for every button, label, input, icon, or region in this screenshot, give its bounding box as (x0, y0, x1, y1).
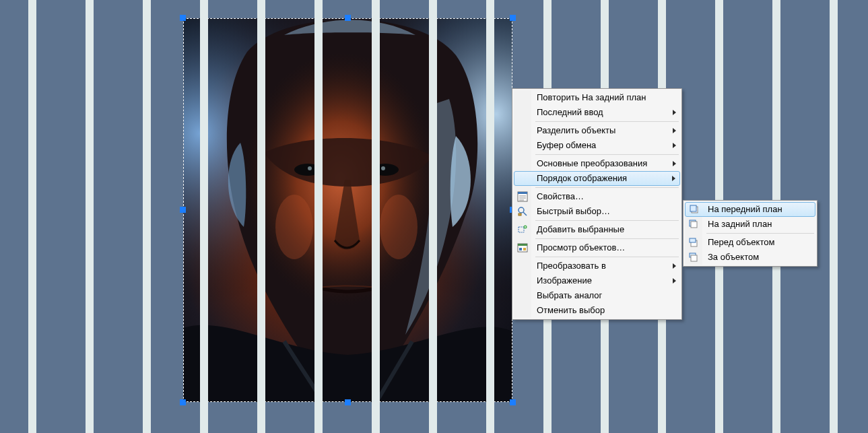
menu-item[interactable]: Просмотр объектов… (514, 240, 680, 255)
svg-rect-23 (523, 248, 526, 251)
vertical-stripe (429, 0, 437, 433)
menu-separator (535, 154, 679, 155)
selection-handle-w[interactable] (180, 207, 186, 213)
properties-icon (517, 191, 528, 202)
menu-item[interactable]: Порядок отображения (514, 171, 680, 186)
menu-separator (535, 238, 679, 239)
vertical-stripe (486, 0, 494, 433)
menu-item[interactable]: Быстрый выбор… (514, 204, 680, 219)
svg-rect-27 (691, 222, 697, 228)
svg-point-15 (519, 207, 524, 213)
menu-item[interactable]: Последний ввод (514, 105, 680, 120)
svg-point-5 (308, 166, 312, 170)
chevron-right-icon (673, 263, 676, 269)
vertical-stripe (28, 0, 36, 433)
menu-item-label: Добавить выбранные (537, 224, 624, 234)
chevron-right-icon (673, 128, 676, 133)
menu-item[interactable]: Основные преобразования (514, 156, 680, 171)
selection-handle-n[interactable] (345, 15, 351, 21)
chevron-right-icon (673, 278, 676, 284)
vertical-stripe (314, 0, 323, 433)
menu-item[interactable]: На передний план (685, 202, 815, 217)
menu-item-label: Отменить выбор (537, 305, 605, 315)
context-menu[interactable]: Повторить На задний планПоследний вводРа… (512, 88, 682, 320)
menu-item[interactable]: Выбрать аналог (514, 288, 680, 303)
vertical-stripe (830, 0, 838, 433)
selection-handle-nw[interactable] (180, 15, 186, 21)
menu-item[interactable]: Добавить выбранные (514, 222, 680, 237)
add-selected-icon (517, 224, 528, 235)
menu-separator (706, 233, 814, 234)
quick-select-icon (517, 206, 528, 217)
svg-line-16 (523, 212, 527, 215)
svg-rect-22 (519, 248, 522, 251)
send-back-icon (688, 219, 699, 230)
selection-handle-s[interactable] (345, 399, 351, 405)
menu-item-label: Разделить объекты (537, 125, 615, 135)
menu-separator (535, 187, 679, 188)
menu-item[interactable]: Разделить объекты (514, 123, 680, 138)
selected-image[interactable] (183, 18, 512, 402)
menu-item[interactable]: Перед объектом (685, 235, 815, 250)
menu-item-label: Изображение (537, 275, 592, 286)
menu-item-label: Выбрать аналог (537, 290, 602, 300)
svg-rect-21 (518, 244, 527, 246)
bring-front-icon (689, 204, 700, 215)
menu-item-label: Основные преобразования (537, 158, 647, 168)
vertical-stripe (372, 0, 380, 433)
menu-item-label: На задний план (708, 219, 772, 229)
menu-item-label: Преобразовать в (537, 261, 606, 271)
menu-item[interactable]: За объектом (685, 250, 815, 265)
chevron-right-icon (673, 161, 676, 166)
menu-item-label: Буфер обмена (537, 140, 596, 150)
selection-handle-ne[interactable] (510, 15, 516, 21)
drawing-canvas[interactable]: Повторить На задний планПоследний вводРа… (0, 0, 868, 433)
menu-item-label: Перед объектом (708, 237, 774, 247)
menu-item[interactable]: Буфер обмена (514, 138, 680, 153)
menu-item-label: Повторить На задний план (537, 92, 646, 102)
chevron-right-icon (673, 110, 676, 115)
embedded-image (183, 18, 512, 402)
menu-item-label: Просмотр объектов… (537, 242, 625, 253)
object-browser-icon (517, 242, 528, 253)
menu-item-label: Порядок отображения (537, 173, 627, 183)
svg-point-8 (275, 195, 313, 259)
send-behind-icon (688, 252, 699, 263)
vertical-stripe (200, 0, 208, 433)
svg-rect-25 (690, 205, 696, 211)
svg-rect-17 (519, 213, 521, 215)
svg-point-9 (380, 195, 418, 259)
menu-item[interactable]: Изображение (514, 273, 680, 288)
menu-item[interactable]: Свойства… (514, 189, 680, 204)
svg-rect-31 (691, 255, 697, 261)
draw-order-submenu[interactable]: На передний планНа задний планПеред объе… (683, 200, 817, 267)
menu-item[interactable]: Преобразовать в (514, 259, 680, 273)
menu-item-label: Свойства… (537, 191, 584, 201)
menu-item[interactable]: Повторить На задний план (514, 90, 680, 105)
menu-item[interactable]: На задний план (685, 217, 815, 232)
menu-item-label: Последний ввод (537, 107, 603, 117)
selection-handle-se[interactable] (510, 399, 516, 405)
menu-separator (535, 121, 679, 122)
chevron-right-icon (672, 176, 675, 181)
menu-item-label: За объектом (708, 252, 759, 262)
menu-item[interactable]: Отменить выбор (514, 303, 680, 318)
svg-rect-18 (519, 227, 524, 232)
menu-separator (535, 257, 679, 257)
chevron-right-icon (673, 143, 676, 148)
menu-item-label: На передний план (708, 204, 782, 214)
svg-rect-11 (518, 192, 527, 194)
selection-handle-sw[interactable] (180, 399, 186, 405)
vertical-stripe (143, 0, 151, 433)
vertical-stripe (86, 0, 94, 433)
svg-point-7 (381, 166, 385, 170)
vertical-stripe (257, 0, 265, 433)
bring-above-icon (688, 237, 699, 248)
svg-rect-29 (690, 238, 696, 242)
menu-item-label: Быстрый выбор… (537, 206, 610, 216)
menu-separator (535, 220, 679, 221)
